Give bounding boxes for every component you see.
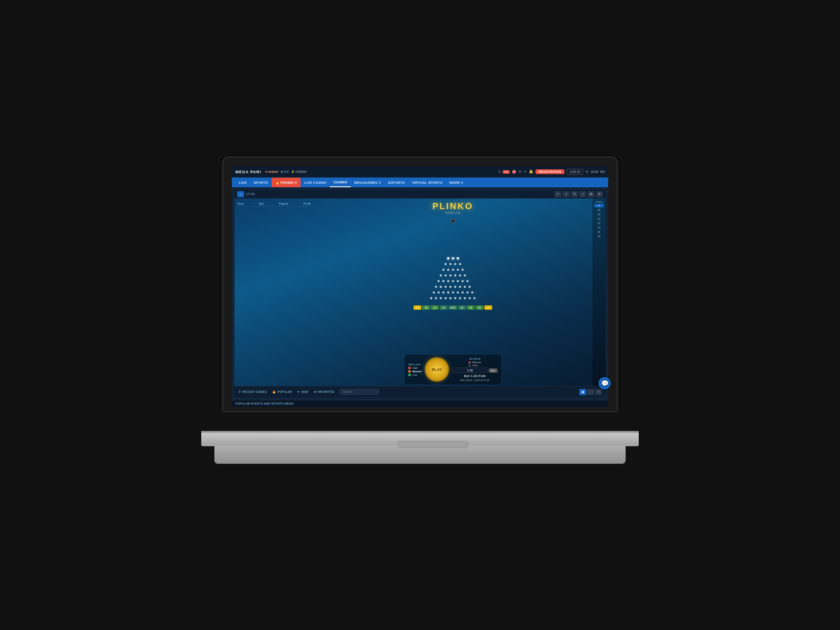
- pin: [442, 280, 444, 282]
- pin: [444, 263, 447, 265]
- nav-item-casino[interactable]: CASINO: [330, 178, 350, 187]
- nav-item-live-casino[interactable]: LIVE CASINO: [301, 178, 330, 187]
- multiplier-4: x1: [440, 305, 448, 310]
- play-button[interactable]: PLAY: [425, 357, 449, 382]
- game-time: 17:23: [246, 192, 255, 196]
- pin: [454, 297, 456, 299]
- nav-item-more[interactable]: MORE ∨: [446, 178, 467, 187]
- bet-input-row: Max: [452, 368, 497, 373]
- popular-label: POPULAR: [277, 390, 292, 393]
- aviator-badge: ✈ Aviator: [265, 170, 279, 174]
- plinko-title: PLINKO DEMO (x2): [432, 199, 473, 214]
- bet-label: Bet 1.00 FUN: [464, 374, 486, 378]
- pin: [449, 297, 452, 299]
- pin: [447, 280, 449, 282]
- nav-item-sports[interactable]: SPORTS: [250, 178, 272, 187]
- lang-selector[interactable]: EN: [600, 170, 605, 173]
- game-bottom-bar: ⏱ RECENT GAMES 🔥 POPULAR ✦ NEW: [234, 386, 606, 397]
- pin: [438, 280, 440, 282]
- plinko-ball: [451, 219, 455, 223]
- lines-12[interactable]: 12: [594, 217, 604, 220]
- logo: MEGA PARI: [235, 170, 261, 174]
- lines-16[interactable]: 16: [594, 234, 604, 238]
- dot-row-8: [430, 297, 476, 299]
- plinko-game-area: Time Bet Payout Profit PLINKO: [234, 199, 606, 386]
- compact-view-button[interactable]: ≡: [595, 389, 602, 395]
- lines-panel: Lines 8 10 11 12 13 14 15 16: [592, 199, 606, 386]
- recent-games-btn[interactable]: ⏱ RECENT GAMES: [238, 390, 267, 393]
- pin: [466, 280, 469, 282]
- lines-15[interactable]: 15: [594, 230, 604, 234]
- close-icon[interactable]: ✕: [596, 191, 603, 197]
- search-input[interactable]: [340, 389, 379, 395]
- share-icon[interactable]: ⧉: [588, 191, 595, 197]
- pin: [444, 297, 447, 299]
- lines-14[interactable]: 14: [594, 226, 604, 229]
- favorite-icon[interactable]: ☆: [579, 191, 586, 197]
- pin: [435, 286, 437, 288]
- nav-item-live[interactable]: LIVE: [235, 178, 250, 187]
- pin: [449, 274, 452, 276]
- pin: [459, 263, 461, 265]
- game-home-button[interactable]: ⌂: [237, 191, 244, 197]
- login-button[interactable]: LOG IN: [567, 169, 583, 175]
- popular-icon: 🔥: [272, 390, 276, 394]
- lines-11[interactable]: 11: [594, 213, 604, 216]
- balance-display: BALANCE 1,000.00 FUN: [460, 379, 490, 382]
- nav-item-promo[interactable]: 🔥 PROMO ∨: [272, 178, 301, 187]
- auto-radio: [469, 364, 471, 367]
- registration-button[interactable]: REGISTRATION: [536, 169, 564, 174]
- refresh-icon[interactable]: ↻: [571, 191, 578, 197]
- grid-view-button[interactable]: ▣: [579, 389, 586, 395]
- pin: [447, 269, 449, 271]
- pin: [454, 274, 456, 276]
- nav-item-esports[interactable]: ESPORTS: [385, 178, 408, 187]
- history-icon: ⏱: [238, 390, 241, 393]
- game-toolbar: ⌂ 17:23 ⤢ + ↻ ☆ ⧉ ✕: [234, 190, 606, 199]
- new-label: NEW: [301, 390, 308, 393]
- expand-icon[interactable]: ⤢: [554, 191, 561, 197]
- pin: [473, 297, 476, 299]
- pin: [435, 297, 437, 299]
- multiplier-9: x4: [484, 305, 492, 310]
- pin: [433, 291, 435, 294]
- nav-item-megagames[interactable]: MEGAGAMES ∨: [351, 178, 385, 187]
- pin: [462, 280, 464, 282]
- risk-dot-low: [408, 374, 411, 376]
- lines-13[interactable]: 13: [594, 221, 604, 225]
- bet-mode-label: Bet Mode: [469, 357, 480, 360]
- bet-input[interactable]: [452, 368, 487, 373]
- site-header: MEGA PARI ✈ Aviator ⊕ ICC ⚡ CRASH ₿ VIP …: [232, 166, 608, 178]
- popular-btn[interactable]: 🔥 POPULAR: [272, 390, 292, 394]
- bet-mode-manual[interactable]: Manual: [469, 361, 481, 364]
- dot-row-2: [444, 263, 461, 265]
- pin: [462, 291, 464, 294]
- risk-dot-high: [408, 367, 411, 369]
- risk-high[interactable]: High: [408, 367, 421, 369]
- pin: [464, 274, 466, 276]
- nav-item-virtual[interactable]: VIRTUAL SPORTS: [408, 178, 446, 187]
- pin: [459, 286, 461, 288]
- pin: [469, 297, 471, 299]
- settings-icon[interactable]: ⚙: [585, 170, 588, 174]
- risk-normal[interactable]: Normal: [408, 370, 421, 373]
- favorites-btn[interactable]: ★ FAVORITES: [314, 390, 335, 394]
- bet-mode-auto[interactable]: Auto: [469, 364, 481, 367]
- multiplier-1: x4: [413, 305, 421, 310]
- pin: [440, 286, 442, 288]
- chat-button[interactable]: 💬: [598, 377, 608, 389]
- pin: [449, 263, 452, 265]
- list-view-button[interactable]: ⋮⋮: [587, 389, 594, 395]
- wallet-icon: 👛: [512, 170, 516, 174]
- lines-10[interactable]: 10: [594, 208, 604, 212]
- add-icon[interactable]: +: [563, 191, 570, 197]
- dot-row-7: [433, 291, 473, 294]
- bet-mode-options: Manual Auto: [469, 361, 481, 367]
- lines-8[interactable]: 8: [594, 204, 604, 207]
- max-bet-button[interactable]: Max: [489, 368, 497, 373]
- pin: [444, 274, 447, 276]
- touchpad[interactable]: [398, 441, 468, 448]
- new-btn[interactable]: ✦ NEW: [297, 390, 308, 394]
- risk-low[interactable]: Low: [408, 374, 421, 376]
- dot-row-4: [440, 274, 466, 276]
